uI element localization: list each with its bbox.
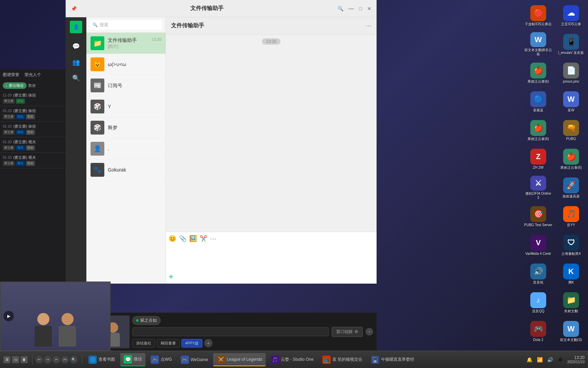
app-icon-19[interactable]: K 腾K [555, 260, 587, 288]
contact-emoji[interactable]: 😺 ω(>∪<ω [86, 54, 165, 75]
system-tray-network[interactable]: 📶 [536, 356, 544, 364]
taskbar-app-other[interactable]: 🖥️ 午顿嗯直直界婺经 [368, 353, 418, 366]
send-plus-icon[interactable]: + [169, 273, 173, 281]
match-tags-4: 赛立册 视夫 图标 [3, 145, 63, 150]
filter-button[interactable]: ↓ 赛出嗨全 [3, 82, 27, 89]
contact-shimeng[interactable]: 🎲 释梦 [86, 117, 165, 138]
app-icon-12[interactable]: ⚔ 微机OFIA Online 3 [522, 174, 554, 202]
app-icon-15[interactable]: 🎵 音YY [555, 203, 587, 230]
wegame2-icon: 🎮 [181, 356, 189, 364]
match-item-5[interactable]: 01-10 (赛立册) 视夫 赛立册 视夫 图标 [0, 153, 66, 168]
action-icon-2[interactable]: ↪ [44, 356, 51, 364]
taskbar-app-lol[interactable]: ⚔️ League of Legends [213, 353, 266, 366]
chat-header: 文件传输助手 ⋯ [166, 17, 377, 35]
game-source-btn-1[interactable]: 添结嘉社 [132, 339, 155, 348]
app-icon-3[interactable]: 📱 l_emulaV 龙衣装 [555, 30, 587, 58]
taskbar-app-wechat[interactable]: 💬 微信 [120, 353, 145, 366]
app-icon-9[interactable]: 🔫 PUBG [555, 117, 587, 144]
settings-btn[interactable]: 置订础财 ⚙ [332, 327, 363, 337]
contact-y[interactable]: 🎲 Y [86, 96, 165, 117]
more-btn[interactable]: ⋯ [210, 235, 216, 242]
wechat-minimize-btn[interactable]: — [349, 6, 354, 12]
discover-nav-icon[interactable]: 🔍 [70, 72, 82, 84]
app-icon-label-9: PUBG [566, 137, 576, 141]
app-icon-17[interactable]: 🛡 土堆量帖黑4 [555, 231, 587, 259]
system-tray-volume[interactable]: 🔊 [547, 356, 554, 364]
app-icon-23[interactable]: W 前文本文翻(S) [555, 318, 587, 345]
match-tags-5: 赛立册 视夫 图标 [3, 161, 63, 166]
taskbar-app-stream[interactable]: 📺 直 笑的顿视交合 [319, 353, 366, 366]
taskbar-app-browser[interactable]: 🌐 查看书图 [85, 353, 118, 366]
chat-text-input[interactable] [169, 244, 374, 273]
sidebar-tab-trophy[interactable]: 图谱荣誉 [3, 72, 19, 78]
play-icon[interactable]: ▶ [3, 311, 14, 321]
stream-text-field[interactable] [132, 327, 329, 336]
app-icon-20[interactable]: ♪ 流音QQ [522, 289, 554, 316]
wechat-search-icon[interactable]: 🔍 [338, 6, 343, 11]
wechat-close-btn[interactable]: ✕ [367, 6, 371, 11]
action-icon-1[interactable]: ↩ [35, 356, 43, 364]
app-icon-7[interactable]: W 某W [555, 88, 587, 116]
action-icon-5[interactable]: 🔍 [70, 356, 77, 364]
app-icon-0[interactable]: 🔴 子盒帖IOS云泰志 [522, 2, 554, 29]
other-taskbar-label: 午顿嗯直直界婺经 [381, 357, 414, 362]
start-icon-1[interactable]: ☰ [3, 356, 10, 363]
search-input-wrap[interactable]: 🔍 搜索 [90, 20, 162, 30]
taskbar-app-studio[interactable]: 🎵 云婺 - Studio One [267, 353, 317, 366]
app-icon-13[interactable]: 🚀 放效速高器 [555, 174, 587, 202]
taskbar-app-wegame1[interactable]: 🎮 点WG [147, 353, 176, 366]
app-icon-6[interactable]: 🔵 某紫蓝 [522, 88, 554, 116]
wechat-maximize-btn[interactable]: □ [359, 6, 362, 11]
app-icon-1[interactable]: ☁ 立至IOS云泰 [555, 2, 587, 29]
app-icon-18[interactable]: 🔊 音音纸 [522, 260, 554, 288]
app-icon-img-23: W [563, 321, 579, 337]
start-icon-2[interactable]: ▭ [12, 356, 19, 363]
clock-time: 13:20 [567, 355, 585, 360]
shimeng-info: 释梦 [108, 125, 161, 131]
screenshot-btn[interactable]: ✂️ [200, 235, 207, 242]
app-icon-21[interactable]: 📁 夹材文翻 [555, 289, 587, 316]
app-icon-2[interactable]: W 前文本文翻择衣云装 [522, 30, 554, 58]
app-source-btn[interactable]: 4PPY趁 [181, 339, 202, 348]
app-icon-22[interactable]: 🎮 Dota 2 [522, 318, 554, 345]
match-item-1[interactable]: 11-10 (赛立册) 抹括 赛立册 抹括 [0, 91, 66, 106]
add-source-btn[interactable]: + [204, 339, 212, 347]
contact-header: 文件传输助手 13:20 [108, 37, 161, 44]
file-btn[interactable]: 📎 [179, 235, 187, 242]
contact-gokurak[interactable]: 🐾 Gokurak [86, 159, 165, 181]
playback-btn[interactable]: ▶ [3, 311, 14, 321]
app-icon-10[interactable]: Z ZH 2W [522, 145, 554, 173]
pin-icon[interactable]: 📌 [71, 6, 77, 11]
emoji-btn[interactable]: 😊 [169, 235, 176, 242]
webcam-overlay: ▶ [0, 282, 111, 351]
chat-toolbar: 😊 📎 🖼️ ✂️ ⋯ [169, 235, 374, 242]
game-source-btn-2[interactable]: 桐回童赛 [157, 339, 180, 348]
system-tray-settings[interactable]: ⚙ [557, 356, 565, 364]
app-icon-8[interactable]: 🍎 果效泛云泰(6) [522, 117, 554, 144]
app-icon-16[interactable]: V VarMeila 4 Centr [522, 231, 554, 259]
start-icon-3[interactable]: 🗑 [21, 356, 28, 363]
wechat-window: 📌 文件传输助手 🔍 — □ ✕ 👤 💬 👥 🔍 🔍 搜索 [66, 0, 377, 284]
image-btn[interactable]: 🖼️ [189, 235, 197, 242]
match-item-2[interactable]: 01-10 (赛立册) 抹括 赛立册 抹括 图标 [0, 106, 66, 122]
sidebar-tab-honor[interactable]: 荣光人个 [25, 72, 41, 78]
app-icon-14[interactable]: 🎯 PUBG Test Server [522, 203, 554, 230]
wechat-body: 👤 💬 👥 🔍 🔍 搜索 📁 文件传输助手 13:20 [66, 17, 377, 284]
match-item-4[interactable]: 01-10 (赛立册) 视夫 赛立册 视夫 图标 [0, 137, 66, 153]
match-item-3[interactable]: 01-10 (赛立册) 抹括 赛立册 抹括 图标 [0, 122, 66, 137]
stream-scroll-right[interactable]: › [366, 328, 373, 335]
app-icon-5[interactable]: 📄 pnous.pno [555, 59, 587, 87]
contact-dot[interactable]: 👤 . [86, 138, 165, 159]
action-icon-3[interactable]: ✂ [53, 356, 60, 364]
app-icon-11[interactable]: 🍎 果效泛云泰(6) [555, 145, 587, 173]
chat-header-more-icon[interactable]: ⋯ [366, 22, 371, 29]
app-icon-4[interactable]: 🍎 果效泛云泰(b) [522, 59, 554, 87]
action-icon-4[interactable]: 🎮 [61, 356, 69, 364]
contact-subscription[interactable]: 📰 订阅号 [86, 75, 165, 96]
emoji-contact-name: ω(>∪<ω [108, 62, 126, 67]
contacts-nav-icon[interactable]: 👥 [70, 56, 82, 68]
taskbar-app-wegame2[interactable]: 🎮 WeGame [177, 353, 211, 366]
system-tray-notif[interactable]: 🔔 [526, 356, 533, 364]
chat-nav-icon[interactable]: 💬 [70, 40, 82, 53]
contact-file-transfer[interactable]: 📁 文件传输助手 13:20 [图片] [86, 33, 165, 54]
